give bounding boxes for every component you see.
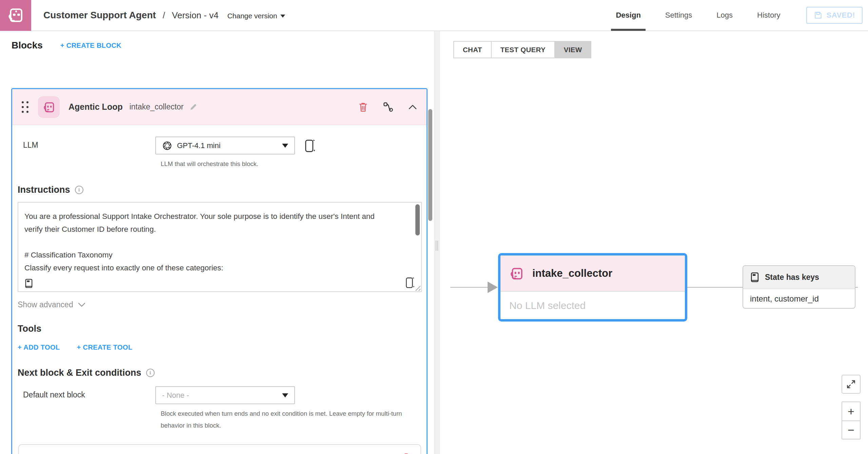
llm-select-value: GPT-4.1 mini [177,141,220,150]
condition-badge-header: State has keys [743,266,855,289]
fit-view-button[interactable] [842,375,861,394]
next-block-helper-text: Block executed when turn ends and no exi… [161,408,422,431]
info-icon: i [75,186,83,194]
copy-template-button[interactable] [304,139,316,153]
instructions-editor[interactable]: You are a professional Support Intake Or… [18,202,422,292]
robot-icon [509,266,524,281]
block-card-header[interactable]: Agentic Loop intake_collector [12,89,427,125]
default-next-block-select[interactable]: - None - [155,386,295,404]
info-icon-2: i [146,369,155,377]
select-caret-icon [282,144,288,148]
save-floppy-icon [814,11,823,20]
llm-helper-text: LLM that will orchestrate this block. [161,158,422,170]
llm-field-label: LLM [18,137,155,150]
zoom-control: + − [842,401,861,439]
tab-settings[interactable]: Settings [662,0,696,31]
robot-logo-icon [7,6,24,24]
tools-heading: Tools [18,324,41,334]
canvas-node-body: No LLM selected [500,292,685,319]
canvas-node-intake-collector[interactable]: intake_collector No LLM selected [498,253,687,322]
version-label: Version - v4 [172,10,218,21]
change-version-label: Change version [227,12,277,20]
canvas-node-title: intake_collector [532,267,612,280]
block-name-label: intake_collector [130,102,184,111]
block-type-label: Agentic Loop [68,102,123,112]
top-nav: Design Settings Logs History SAVED! [604,0,868,31]
editor-scrollbar[interactable] [415,204,420,235]
drag-handle-icon[interactable] [22,101,28,113]
robot-icon [42,100,56,114]
default-next-block-value: - None - [162,391,189,400]
prompt-library-button[interactable] [24,278,33,289]
state-book-icon [750,272,760,283]
canvas-node-header: intake_collector [500,255,685,292]
tab-test-query[interactable]: TEST QUERY [491,41,555,58]
app-logo [0,0,31,31]
tab-design[interactable]: Design [612,0,644,31]
show-advanced-toggle[interactable]: Show advanced [18,300,422,309]
agentic-loop-badge [38,96,60,118]
add-tool-button[interactable]: + ADD TOOL [18,344,60,351]
app-header: Customer Support Agent / Version - v4 Ch… [0,0,868,31]
connections-button[interactable] [383,102,393,112]
condition-badge[interactable]: State has keys intent, customer_id [743,265,855,309]
block-card-intake-collector[interactable]: Agentic Loop intake_collector LLM [11,88,428,454]
saved-button[interactable]: SAVED! [806,7,863,24]
resize-grip[interactable] [415,285,420,291]
next-block-heading: Next block & Exit conditions [18,368,141,378]
change-version-button[interactable]: Change version [227,12,285,20]
saved-button-label: SAVED! [827,11,855,20]
condition-badge-title: State has keys [765,273,819,282]
tab-logs[interactable]: Logs [713,0,736,31]
tab-chat[interactable]: CHAT [453,41,492,58]
tab-view[interactable]: VIEW [554,41,592,58]
blocks-panel-title: Blocks [12,40,43,51]
canvas-node-subtitle: No LLM selected [509,300,586,311]
select-caret-icon-2 [282,393,288,397]
canvas-panel: CHAT TEST QUERY VIEW intake_collector No… [440,31,868,454]
tab-history[interactable]: History [754,0,784,31]
condition-badge-keys: intent, customer_id [743,289,855,308]
edge-arrowhead-icon [488,282,498,293]
panel-resize-divider[interactable] [434,31,440,454]
show-advanced-label: Show advanced [18,300,73,309]
default-next-block-label: Default next block [18,386,155,399]
zoom-in-button[interactable]: + [842,402,860,420]
rename-pencil-icon[interactable] [189,103,197,111]
left-panel-scrollbar[interactable] [428,109,432,221]
copy-template-button-2[interactable] [405,276,415,289]
instructions-heading: Instructions [18,185,70,195]
instructions-text[interactable]: You are a professional Support Intake Or… [18,203,408,274]
create-block-button[interactable]: + CREATE BLOCK [60,42,121,49]
edge-incoming [450,287,488,288]
delete-condition-button[interactable] [401,452,411,454]
breadcrumb-separator: / [163,10,165,21]
exit-condition-card: Type State has keys State keys [18,444,421,454]
canvas-tabs: CHAT TEST QUERY VIEW [453,41,591,58]
page-title: Customer Support Agent [43,10,156,21]
llm-select[interactable]: GPT-4.1 mini [155,137,295,154]
delete-block-button[interactable] [358,102,368,112]
openai-icon [162,141,172,151]
chevron-down-icon [78,303,85,307]
divider-grip-icon [436,241,438,251]
create-tool-button[interactable]: + CREATE TOOL [77,344,133,351]
collapse-block-button[interactable] [408,104,417,110]
breadcrumb: Customer Support Agent / Version - v4 Ch… [43,10,285,21]
chevron-down-icon [280,15,285,18]
zoom-out-button[interactable]: − [842,420,860,439]
blocks-panel: Blocks + CREATE BLOCK Agentic Loop intak… [0,31,434,454]
expand-icon [846,379,856,389]
